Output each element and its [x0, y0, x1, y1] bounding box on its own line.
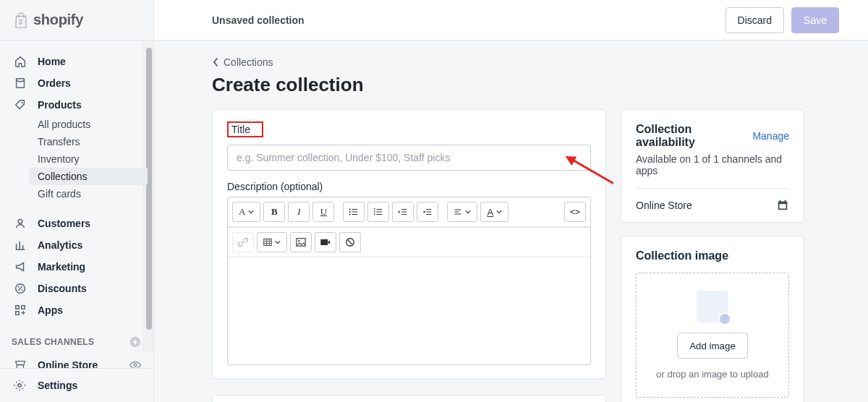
svg-rect-15: [264, 239, 272, 246]
svg-point-11: [18, 384, 22, 388]
sidebar-item-discounts[interactable]: Discounts: [0, 278, 153, 299]
sidebar-sales-channels-label: SALES CHANNELS: [0, 321, 153, 354]
rte-textcolor-select[interactable]: A: [480, 202, 509, 222]
title-input[interactable]: [227, 145, 591, 171]
caret-down-icon: [465, 209, 471, 215]
sidebar-sub-all-products[interactable]: All products: [0, 116, 153, 133]
sidebar-item-label: Settings: [38, 380, 77, 391]
settings-icon: [13, 379, 27, 392]
rte-html-toggle[interactable]: <>: [564, 202, 586, 222]
products-icon: [13, 98, 27, 111]
svg-point-1: [22, 102, 23, 103]
chevron-left-icon: [212, 57, 219, 67]
sidebar-item-label: Discounts: [38, 283, 87, 294]
availability-title: Collection availability: [636, 123, 752, 149]
sidebar-item-label: Online Store: [38, 359, 98, 368]
sidebar-item-online-store[interactable]: Online Store: [0, 354, 153, 368]
svg-point-17: [298, 240, 299, 241]
sidebar-item-label: Home: [38, 56, 66, 67]
rte-list-numbered[interactable]: [367, 202, 389, 222]
breadcrumb-back[interactable]: Collections: [212, 56, 825, 68]
brand-logo: shopify: [0, 0, 153, 40]
add-image-button[interactable]: Add image: [677, 333, 748, 359]
svg-point-10: [134, 364, 137, 367]
drop-hint-text: or drop an image to upload: [656, 369, 768, 380]
collection-image-title: Collection image: [636, 249, 789, 262]
eye-icon[interactable]: [129, 359, 142, 368]
save-button[interactable]: Save: [791, 7, 839, 33]
sidebar-item-analytics[interactable]: Analytics: [0, 234, 153, 256]
rte-indent[interactable]: [417, 202, 438, 222]
topbar: Unsaved collection Discard Save: [154, 0, 868, 40]
sidebar-item-label: Apps: [38, 304, 63, 316]
svg-rect-18: [321, 240, 328, 245]
sidebar-item-apps[interactable]: Apps: [0, 299, 153, 321]
rte-link[interactable]: [232, 232, 254, 252]
sidebar-item-label: Customers: [38, 218, 90, 229]
analytics-icon: [13, 239, 27, 252]
sidebar: shopify Home Orders Products All product…: [0, 0, 154, 402]
svg-rect-6: [16, 306, 20, 309]
caret-down-icon: [248, 209, 254, 215]
breadcrumb-label: Collections: [224, 56, 273, 68]
sidebar-item-label: Marketing: [38, 261, 85, 273]
online-store-icon: [13, 359, 27, 368]
svg-point-5: [21, 289, 22, 291]
rich-text-editor: A B I U: [227, 197, 591, 365]
svg-point-4: [18, 286, 20, 288]
sidebar-item-marketing[interactable]: Marketing: [0, 256, 153, 278]
rte-list-bullet[interactable]: [343, 202, 365, 222]
sidebar-sub-collections[interactable]: Collections: [29, 168, 148, 185]
title-label: Title: [227, 121, 263, 137]
svg-point-12: [349, 208, 351, 210]
discard-button[interactable]: Discard: [726, 7, 784, 33]
svg-rect-21: [780, 204, 786, 208]
description-label: Description (optional): [227, 181, 591, 192]
apps-icon: [13, 304, 27, 317]
rte-font-select[interactable]: A: [232, 202, 260, 222]
description-editor[interactable]: [228, 257, 590, 364]
rte-italic[interactable]: I: [288, 202, 310, 222]
rte-outdent[interactable]: [392, 202, 414, 222]
sidebar-item-label: Orders: [38, 77, 71, 89]
sidebar-item-orders[interactable]: Orders: [0, 72, 153, 94]
availability-subtext: Available on 1 of 1 channels and apps: [636, 153, 789, 176]
sidebar-item-label: Analytics: [38, 239, 82, 251]
add-channel-icon[interactable]: [129, 335, 142, 348]
caret-down-icon: [496, 209, 502, 215]
sidebar-item-customers[interactable]: Customers: [0, 213, 153, 234]
svg-rect-7: [22, 306, 25, 309]
svg-point-13: [349, 211, 351, 213]
discounts-icon: [13, 282, 27, 295]
image-dropzone[interactable]: Add image or drop an image to upload: [636, 273, 789, 398]
calendar-icon[interactable]: [776, 199, 789, 212]
sidebar-item-home[interactable]: Home: [0, 51, 153, 72]
sidebar-item-label: Products: [38, 99, 82, 111]
rte-table-select[interactable]: [257, 232, 287, 252]
rte-video[interactable]: [315, 232, 336, 252]
rte-image[interactable]: [290, 232, 312, 252]
customers-icon: [13, 217, 27, 230]
rte-underline[interactable]: U: [312, 202, 334, 222]
brand-name: shopify: [33, 12, 83, 28]
topbar-title: Unsaved collection: [212, 14, 305, 26]
rte-bold[interactable]: B: [263, 202, 285, 222]
rte-clear-format[interactable]: [339, 232, 361, 252]
svg-point-14: [349, 213, 351, 215]
orders-icon: [13, 77, 27, 90]
sales-channels-text: SALES CHANNELS: [12, 337, 94, 347]
channel-online-store: Online Store: [636, 200, 692, 211]
caret-down-icon: [275, 239, 281, 245]
shopify-bag-icon: [13, 12, 29, 29]
svg-rect-0: [17, 79, 25, 88]
rte-align-select[interactable]: [447, 202, 477, 222]
image-placeholder-icon: [697, 291, 728, 322]
page-title: Create collection: [212, 74, 825, 96]
sidebar-sub-inventory[interactable]: Inventory: [0, 150, 153, 168]
svg-rect-8: [16, 312, 20, 315]
sidebar-sub-transfers[interactable]: Transfers: [0, 133, 153, 150]
manage-link[interactable]: Manage: [752, 130, 789, 142]
sidebar-sub-gift-cards[interactable]: Gift cards: [0, 185, 153, 202]
sidebar-item-settings[interactable]: Settings: [0, 368, 153, 402]
sidebar-item-products[interactable]: Products: [0, 94, 153, 116]
